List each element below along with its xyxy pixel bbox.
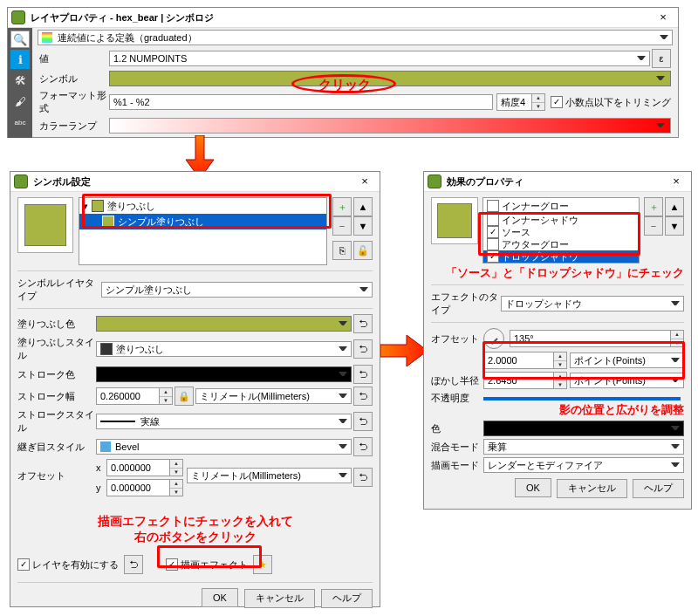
chevron-down-icon <box>339 417 347 426</box>
window-title: シンボル設定 <box>33 175 353 188</box>
strokewidth-unit[interactable]: ミリメートル(Millimeters) <box>195 388 352 404</box>
data-defined-button[interactable]: ⮌ <box>124 555 143 574</box>
data-defined-button[interactable]: ⮌ <box>353 387 373 406</box>
offset-x-spinner[interactable]: 0.000000▲▼ <box>106 459 183 476</box>
color-ramp-select[interactable] <box>109 118 671 133</box>
symbol-layer-tree[interactable]: ▾ 塗りつぶし シンプル塗りつぶし <box>79 197 327 265</box>
format-input[interactable]: %1 - %2 <box>109 94 493 110</box>
effect-checkbox[interactable] <box>487 226 499 238</box>
help-button[interactable]: ヘルプ <box>633 479 684 498</box>
up-button[interactable]: ▲ <box>353 197 373 216</box>
symbol-settings-dialog: シンボル設定 × ▾ 塗りつぶし シンプル塗りつぶし ＋▲ −▼ <box>10 171 380 607</box>
effect-checkbox[interactable] <box>487 250 499 263</box>
blend-text: 乗算 <box>488 441 507 454</box>
offset-y-spinner[interactable]: 0.000000▲▼ <box>106 479 183 496</box>
offset-label: オフセット <box>431 332 483 346</box>
remove-effect-button[interactable]: − <box>644 216 663 236</box>
ok-button[interactable]: OK <box>202 588 238 607</box>
enable-layer-label: レイヤを有効にする <box>32 558 119 572</box>
draw-effect-star-button[interactable]: ★ <box>253 555 272 574</box>
trim-checkbox[interactable] <box>551 96 563 108</box>
preview-swatch <box>24 204 66 246</box>
joinstyle-select[interactable]: Bevel <box>96 439 352 455</box>
add-layer-button[interactable]: ＋ <box>332 197 352 216</box>
strokestyle-select[interactable]: 実線 <box>96 414 352 429</box>
effect-label: インナーグロー <box>502 200 569 213</box>
effect-item[interactable]: アウターグロー <box>483 238 639 250</box>
data-defined-button[interactable]: ⮌ <box>353 412 373 431</box>
annotation-check-effects: 「ソース」と「ドロップシャドウ」にチェック <box>431 265 684 281</box>
symbol-preview-button[interactable] <box>109 71 671 86</box>
collapse-icon[interactable]: ▾ <box>83 201 92 212</box>
data-defined-button[interactable]: ⮌ <box>353 468 373 487</box>
offset-dist-spinner[interactable]: 2.0000▲▼ <box>483 352 567 369</box>
close-icon[interactable]: × <box>652 11 674 24</box>
data-defined-button[interactable]: ⮌ <box>353 437 373 456</box>
ok-button[interactable]: OK <box>515 478 551 497</box>
lock-button[interactable]: 🔓 <box>353 241 373 260</box>
add-effect-button[interactable]: ＋ <box>644 197 663 216</box>
blur-spinner[interactable]: 2.6450▲▼ <box>483 372 567 389</box>
strokestyle-label: ストロークスタイル <box>17 408 96 435</box>
abc-icon[interactable]: abc <box>10 113 30 132</box>
help-button[interactable]: ヘルプ <box>321 589 373 608</box>
effect-checkbox[interactable] <box>487 214 499 226</box>
format-text: %1 - %2 <box>113 97 150 107</box>
layertype-select[interactable]: シンプル塗りつぶし <box>101 282 373 298</box>
drawmode-select[interactable]: レンダーとモディファイア <box>483 457 684 473</box>
close-icon[interactable]: × <box>353 175 376 188</box>
effect-item[interactable]: ソース <box>483 226 639 238</box>
line-icon <box>100 421 135 422</box>
expression-button[interactable]: ε <box>652 49 671 68</box>
value-select[interactable]: 1.2 NUMPOINTS <box>109 51 650 66</box>
strokewidth-spinner[interactable]: 0.260000▲▼ <box>96 387 173 405</box>
unit-text: ミリメートル(Millimeters) <box>191 469 301 483</box>
down-button[interactable]: ▼ <box>665 216 684 236</box>
tree-item-simplefill[interactable]: シンプル塗りつぶし <box>79 214 326 229</box>
info-icon[interactable]: ℹ <box>10 50 30 69</box>
drawmode-text: レンダーとモディファイア <box>488 459 603 472</box>
fillstyle-select[interactable]: 塗りつぶし <box>96 341 352 357</box>
remove-layer-button[interactable]: − <box>332 216 352 236</box>
blur-unit[interactable]: ポイント(Points) <box>570 373 684 388</box>
lock-icon[interactable]: 🔒 <box>174 387 194 406</box>
cancel-button[interactable]: キャンセル <box>244 589 315 608</box>
fillcolor-button[interactable] <box>96 316 352 332</box>
up-button[interactable]: ▲ <box>665 197 684 216</box>
cancel-button[interactable]: キャンセル <box>557 479 627 498</box>
effect-item[interactable]: インナーシャドウ <box>483 214 639 226</box>
blend-select[interactable]: 乗算 <box>483 439 684 455</box>
brush-icon[interactable]: 🖌 <box>10 92 30 111</box>
strokecolor-button[interactable] <box>96 366 352 382</box>
data-defined-button[interactable]: ⮌ <box>353 314 373 333</box>
tree-label: 塗りつぶし <box>107 200 155 213</box>
chevron-down-icon <box>339 392 347 400</box>
effect-item[interactable]: ドロップシャドウ <box>483 250 639 263</box>
effect-list[interactable]: インナーグロー インナーシャドウ ソース アウターグロー ドロップシャドウ <box>482 197 640 264</box>
close-icon[interactable]: × <box>665 175 688 188</box>
data-defined-button[interactable]: ⮌ <box>353 339 373 359</box>
offset-unit[interactable]: ミリメートル(Millimeters) <box>187 468 352 483</box>
joinstyle-text: Bevel <box>115 441 140 452</box>
qgis-icon <box>11 10 25 24</box>
opacity-slider[interactable] <box>483 397 681 400</box>
enable-layer-checkbox[interactable] <box>17 558 30 571</box>
tools-icon[interactable]: 🛠 <box>10 71 30 90</box>
offset-angle-spinner[interactable]: 135°▲▼ <box>510 330 684 347</box>
down-button[interactable]: ▼ <box>353 216 373 236</box>
effect-checkbox[interactable] <box>487 200 499 212</box>
tree-item-fill[interactable]: ▾ 塗りつぶし <box>79 198 326 214</box>
effecttype-select[interactable]: ドロップシャドウ <box>501 296 684 311</box>
effect-item[interactable]: インナーグロー <box>483 198 639 214</box>
renderer-select[interactable]: 連続値による定義（graduated） <box>38 30 673 45</box>
precision-spinner[interactable]: 精度4 ▲▼ <box>496 93 545 111</box>
effect-checkbox[interactable] <box>487 238 499 250</box>
chevron-down-icon <box>656 121 665 130</box>
data-defined-button[interactable]: ⮌ <box>353 365 373 384</box>
offset-dial[interactable] <box>483 328 504 349</box>
shadow-color-button[interactable] <box>483 421 684 436</box>
search-icon[interactable]: 🔍 <box>10 31 30 48</box>
offset-unit[interactable]: ポイント(Points) <box>570 352 684 368</box>
duplicate-button[interactable]: ⎘ <box>332 241 352 260</box>
draw-effect-checkbox[interactable] <box>166 558 178 571</box>
